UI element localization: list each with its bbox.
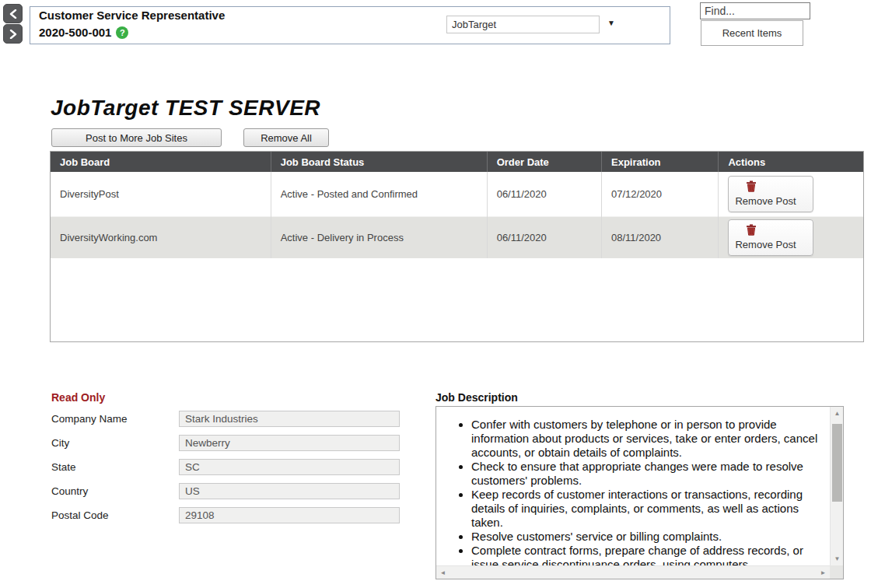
chevron-down-icon[interactable]: ▼	[607, 19, 615, 27]
col-job-board-status: Job Board Status	[271, 152, 487, 172]
back-button[interactable]	[3, 4, 23, 23]
scroll-left-icon[interactable]: ◄	[436, 566, 449, 579]
read-only-form: Company Name City State Country Postal C…	[51, 410, 401, 530]
cell-expiration: 08/11/2020	[602, 216, 719, 258]
remove-post-label: Remove Post	[735, 195, 796, 207]
forward-button[interactable]	[3, 24, 23, 44]
help-icon[interactable]: ?	[116, 26, 128, 39]
country-label: Country	[51, 485, 179, 497]
app-select-input[interactable]	[446, 16, 600, 33]
job-board-table: Job Board Job Board Status Order Date Ex…	[50, 151, 864, 342]
remove-post-button[interactable]: Remove Post	[728, 176, 813, 212]
cell-job-board: DiversityWorking.com	[51, 216, 271, 258]
horizontal-scrollbar[interactable]: ◄ ►	[436, 565, 830, 579]
scroll-right-icon[interactable]: ►	[817, 566, 830, 579]
job-description-bullet: Keep records of customer interactions or…	[471, 488, 825, 530]
page-title: Customer Service Representative	[39, 9, 225, 22]
job-description-box: Confer with customers by telephone or in…	[436, 406, 844, 579]
record-header: Customer Service Representative 2020-500…	[30, 6, 670, 44]
trash-icon	[746, 180, 757, 194]
country-field[interactable]	[179, 483, 400, 499]
col-order-date: Order Date	[487, 152, 601, 172]
city-field[interactable]	[179, 435, 400, 451]
col-expiration: Expiration	[602, 152, 719, 172]
table-row: DiversityPost Active - Posted and Confir…	[51, 172, 863, 216]
col-actions: Actions	[719, 152, 863, 172]
remove-all-button[interactable]: Remove All	[243, 128, 329, 147]
read-only-heading: Read Only	[51, 391, 105, 404]
post-to-more-job-sites-button[interactable]: Post to More Job Sites	[51, 128, 222, 147]
job-description-bullet: Confer with customers by telephone or in…	[471, 418, 825, 460]
chevron-left-icon	[9, 9, 17, 19]
job-id: 2020-500-001	[39, 26, 111, 39]
chevron-right-icon	[9, 30, 17, 39]
page: Customer Service Representative 2020-500…	[0, 0, 871, 588]
city-label: City	[51, 437, 179, 449]
table-row: DiversityWorking.com Active - Delivery i…	[51, 216, 863, 258]
remove-post-button[interactable]: Remove Post	[728, 219, 813, 256]
postal-code-label: Postal Code	[51, 509, 179, 521]
job-description-content: Confer with customers by telephone or in…	[436, 407, 830, 565]
cell-job-board: DiversityPost	[51, 172, 271, 216]
table-header-row: Job Board Job Board Status Order Date Ex…	[51, 152, 863, 172]
trash-icon	[746, 224, 757, 238]
vertical-scrollbar[interactable]: ▲ ▼	[830, 407, 843, 565]
cell-expiration: 07/12/2020	[602, 172, 719, 216]
job-description-heading: Job Description	[436, 391, 518, 404]
remove-post-label: Remove Post	[735, 239, 796, 250]
postal-code-field[interactable]	[179, 507, 400, 523]
job-description-bullet: Check to ensure that appropriate changes…	[471, 460, 825, 488]
server-heading: JobTarget TEST SERVER	[51, 96, 320, 121]
cell-status: Active - Delivery in Process	[271, 216, 487, 258]
find-input[interactable]	[700, 2, 810, 19]
cell-order-date: 06/11/2020	[487, 216, 601, 258]
scroll-down-icon[interactable]: ▼	[831, 552, 844, 565]
col-job-board: Job Board	[51, 152, 271, 172]
table-actions: Post to More Job Sites Remove All	[51, 128, 329, 147]
scroll-up-icon[interactable]: ▲	[831, 407, 844, 420]
company-name-field[interactable]	[179, 411, 400, 427]
company-name-label: Company Name	[51, 413, 179, 425]
scrollbar-corner	[830, 565, 843, 579]
job-description-bullet: Complete contract forms, prepare change …	[471, 544, 825, 565]
state-field[interactable]	[179, 459, 400, 475]
cell-order-date: 06/11/2020	[487, 172, 601, 216]
job-description-bullet: Resolve customers' service or billing co…	[471, 530, 825, 544]
state-label: State	[51, 461, 179, 473]
scrollbar-thumb[interactable]	[832, 424, 842, 502]
recent-items-button[interactable]: Recent Items	[701, 20, 803, 46]
cell-status: Active - Posted and Confirmed	[271, 172, 487, 216]
